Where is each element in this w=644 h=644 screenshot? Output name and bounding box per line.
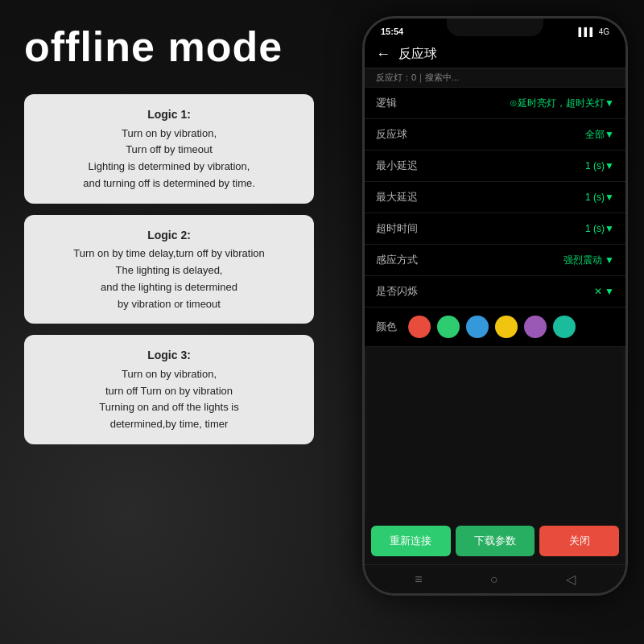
setting-value-mindelay: 1 (s)▼ <box>585 160 614 171</box>
phone-notch <box>447 19 543 36</box>
settings-list: 逻辑 ⊙延时亮灯，超时关灯▼ 反应球 全部▼ 最小延迟 1 (s)▼ 最大延迟 … <box>365 88 625 347</box>
setting-row-blink[interactable]: 是否闪烁 ✕ ▼ <box>365 276 625 308</box>
bottom-buttons: 重新连接 下载参数 关闭 <box>365 518 625 564</box>
app-subtitle: 反应灯：0｜搜索中... <box>365 68 625 88</box>
color-row: 颜色 <box>365 308 625 347</box>
setting-value-timeout: 1 (s)▼ <box>585 223 614 234</box>
color-label: 颜色 <box>376 320 397 334</box>
setting-label-blink: 是否闪烁 <box>376 284 418 299</box>
setting-row-maxdelay[interactable]: 最大延迟 1 (s)▼ <box>365 182 625 213</box>
logic3-line2: turn off Turn on by vibration <box>39 383 299 400</box>
back-button[interactable]: ← <box>376 46 390 63</box>
logic3-line4: determined,by time, timer <box>39 416 299 433</box>
setting-value-blink: ✕ ▼ <box>594 286 614 297</box>
status-time: 15:54 <box>381 27 403 36</box>
logic3-line3: Turning on and off the lights is <box>39 399 299 416</box>
logic2-line4: by vibration or timeout <box>39 296 299 313</box>
setting-row-logic[interactable]: 逻辑 ⊙延时亮灯，超时关灯▼ <box>365 88 625 119</box>
color-cyan[interactable] <box>553 316 576 338</box>
logic1-line4: and turning off is determined by time. <box>39 175 299 192</box>
app-title: 反应球 <box>398 46 437 63</box>
logic1-line2: Turn off by timeout <box>39 142 299 159</box>
logic-card-3: Logic 3: Turn on by vibration, turn off … <box>24 335 314 444</box>
logic3-line1: Turn on by vibration, <box>39 366 299 383</box>
phone-screen: 15:54 ▌▌▌ 4G ← 反应球 反应灯：0｜搜索中... 逻辑 ⊙延时亮灯… <box>365 19 625 593</box>
color-yellow[interactable] <box>495 316 518 338</box>
setting-row-timeout[interactable]: 超时时间 1 (s)▼ <box>365 213 625 245</box>
close-button[interactable]: 关闭 <box>539 526 619 556</box>
color-purple[interactable] <box>524 316 547 338</box>
download-button[interactable]: 下载参数 <box>456 526 535 556</box>
setting-value-maxdelay: 1 (s)▼ <box>585 192 614 203</box>
setting-label-maxdelay: 最大延迟 <box>376 190 418 204</box>
color-red[interactable] <box>408 316 431 338</box>
setting-label-logic: 逻辑 <box>376 96 397 110</box>
setting-row-sense[interactable]: 感应方式 强烈震动 ▼ <box>365 245 625 276</box>
logic1-line1: Turn on by vibration, <box>39 126 299 142</box>
phone-body: 15:54 ▌▌▌ 4G ← 反应球 反应灯：0｜搜索中... 逻辑 ⊙延时亮灯… <box>362 16 628 596</box>
logic2-title: Logic 2: <box>39 226 299 244</box>
menu-button[interactable]: ≡ <box>415 572 422 587</box>
left-panel: offline mode Logic 1: Turn on by vibrati… <box>0 0 330 644</box>
color-blue[interactable] <box>466 316 489 338</box>
logic3-title: Logic 3: <box>39 346 299 364</box>
logic2-line2: The lighting is delayed, <box>39 262 299 279</box>
signal-icon: ▌▌▌ <box>578 27 595 36</box>
setting-label-ball: 反应球 <box>376 127 407 142</box>
app-header: ← 反应球 <box>365 41 625 68</box>
home-button[interactable]: ○ <box>490 572 498 587</box>
color-green[interactable] <box>437 316 460 338</box>
setting-value-logic: ⊙延时亮灯，超时关灯▼ <box>510 97 614 110</box>
logic2-line3: and the lighting is determined <box>39 279 299 296</box>
setting-row-ball[interactable]: 反应球 全部▼ <box>365 119 625 151</box>
setting-value-sense: 强烈震动 ▼ <box>564 254 614 267</box>
logic-card-2: Logic 2: Turn on by time delay,turn off … <box>24 215 314 324</box>
logic2-line1: Turn on by time delay,turn off by vibrat… <box>39 246 299 262</box>
logic-card-1: Logic 1: Turn on by vibration, Turn off … <box>24 94 314 204</box>
setting-label-timeout: 超时时间 <box>376 221 418 236</box>
setting-label-mindelay: 最小延迟 <box>376 159 418 173</box>
network-label: 4G <box>599 27 609 36</box>
settings-area: 逻辑 ⊙延时亮灯，超时关灯▼ 反应球 全部▼ 最小延迟 1 (s)▼ 最大延迟 … <box>365 88 625 518</box>
logic1-line3: Lighting is determined by vibration, <box>39 159 299 175</box>
setting-value-ball: 全部▼ <box>585 128 614 142</box>
phone-home-area: ≡ ○ ◁ <box>365 564 625 593</box>
setting-row-mindelay[interactable]: 最小延迟 1 (s)▼ <box>365 151 625 182</box>
back-home-button[interactable]: ◁ <box>566 572 576 587</box>
reconnect-button[interactable]: 重新连接 <box>371 526 451 556</box>
logic1-title: Logic 1: <box>39 105 299 123</box>
offline-title: offline mode <box>24 24 314 70</box>
setting-label-sense: 感应方式 <box>376 253 418 267</box>
status-icons: ▌▌▌ 4G <box>578 27 609 36</box>
phone-mockup: 15:54 ▌▌▌ 4G ← 反应球 反应灯：0｜搜索中... 逻辑 ⊙延时亮灯… <box>362 16 628 596</box>
